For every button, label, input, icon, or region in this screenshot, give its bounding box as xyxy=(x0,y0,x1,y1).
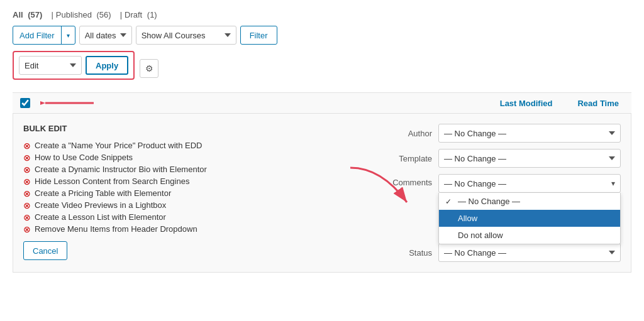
add-filter-button[interactable]: Add Filter ▾ xyxy=(13,26,75,45)
template-select[interactable]: — No Change — xyxy=(438,149,621,168)
draft-label: Draft xyxy=(125,10,142,19)
comments-option-allow[interactable]: Allow xyxy=(439,210,620,227)
remove-item-icon[interactable]: ⊗ xyxy=(23,153,31,162)
remove-item-icon[interactable]: ⊗ xyxy=(23,201,31,210)
item-title: Create a Pricing Table with Elementor xyxy=(35,188,171,198)
remove-item-icon[interactable]: ⊗ xyxy=(23,213,31,222)
table-header: Last Modified Read Time xyxy=(13,92,631,114)
gear-button[interactable]: ⚙ xyxy=(140,59,158,78)
status-select[interactable]: — No Change — xyxy=(438,243,621,262)
template-row: Template — No Change — xyxy=(382,149,621,168)
item-title: Create Video Previews in a Lightbox xyxy=(35,200,166,210)
do-not-allow-label: Do not allow xyxy=(458,231,503,240)
bulk-edit-list-item: ⊗ Remove Menu Items from Header Dropdown xyxy=(23,224,369,234)
bulk-action-row: Edit Apply xyxy=(13,51,135,80)
bulk-edit-items: ⊗ Create a "Name Your Price" Product wit… xyxy=(23,141,369,234)
bulk-edit-list-item: ⊗ Create Video Previews in a Lightbox xyxy=(23,200,369,210)
allow-label: Allow xyxy=(458,214,477,223)
bulk-edit-list-item: ⊗ Create a Lesson List with Elementor xyxy=(23,212,369,222)
comments-dropdown-wrap: — No Change — ✓ — No Change — Allow xyxy=(438,174,621,193)
bulk-edit-list-item: ⊗ Create a Pricing Table with Elementor xyxy=(23,188,369,198)
gear-icon: ⚙ xyxy=(145,63,153,73)
status-published[interactable]: Published (56) xyxy=(56,10,114,19)
checkbox-arrow-svg xyxy=(40,94,97,112)
item-title: How to Use Code Snippets xyxy=(35,153,133,162)
no-change-checkmark: ✓ xyxy=(445,197,454,206)
published-count: (56) xyxy=(97,10,111,19)
status-label: Status xyxy=(382,248,432,258)
separator-1: | xyxy=(51,10,53,19)
header-cols: Last Modified Read Time xyxy=(500,99,631,108)
checkbox-col xyxy=(13,98,38,108)
bulk-action-select[interactable]: Edit xyxy=(19,56,82,75)
bulk-edit-left: BULK EDIT ⊗ Create a "Name Your Price" P… xyxy=(23,124,369,262)
filter-button[interactable]: Filter xyxy=(240,26,277,45)
comments-option-no-change[interactable]: ✓ — No Change — xyxy=(439,193,620,210)
add-filter-label: Add Filter xyxy=(13,26,62,44)
read-time-header[interactable]: Read Time xyxy=(577,99,619,108)
bulk-edit-list-item: ⊗ How to Use Code Snippets xyxy=(23,153,369,162)
status-all[interactable]: All (57) xyxy=(13,10,45,19)
author-row: Author — No Change — xyxy=(382,124,621,143)
item-title: Hide Lesson Content from Search Engines xyxy=(35,177,189,186)
comments-dropdown: ✓ — No Change — Allow Do not allow xyxy=(438,193,621,244)
show-all-courses-select[interactable]: Show All Courses xyxy=(136,26,236,45)
no-change-label: — No Change — xyxy=(458,197,520,206)
toolbar-row: Add Filter ▾ All dates Show All Courses … xyxy=(13,26,631,45)
remove-item-icon[interactable]: ⊗ xyxy=(23,177,31,186)
item-title: Remove Menu Items from Header Dropdown xyxy=(35,224,197,234)
remove-item-icon[interactable]: ⊗ xyxy=(23,225,31,234)
published-label: Published xyxy=(56,10,92,19)
last-modified-header[interactable]: Last Modified xyxy=(500,99,553,108)
author-select-wrap: — No Change — xyxy=(438,124,621,143)
bulk-edit-title: BULK EDIT xyxy=(23,124,369,133)
comments-trigger[interactable]: — No Change — xyxy=(438,174,621,193)
status-draft[interactable]: Draft (1) xyxy=(125,10,160,19)
cancel-button[interactable]: Cancel xyxy=(23,241,67,260)
all-count: (57) xyxy=(28,10,42,19)
bulk-edit-list-item: ⊗ Create a Dynamic Instructor Bio with E… xyxy=(23,165,369,174)
status-bar: All (57) | Published (56) | Draft (1) xyxy=(13,10,631,19)
remove-item-icon[interactable]: ⊗ xyxy=(23,189,31,198)
template-select-wrap: — No Change — xyxy=(438,149,621,168)
author-label: Author xyxy=(382,129,432,138)
bulk-edit-list-item: ⊗ Hide Lesson Content from Search Engine… xyxy=(23,177,369,186)
template-label: Template xyxy=(382,154,432,163)
bulk-edit-list-item: ⊗ Create a "Name Your Price" Product wit… xyxy=(23,141,369,150)
remove-item-icon[interactable]: ⊗ xyxy=(23,141,31,150)
apply-button[interactable]: Apply xyxy=(86,56,128,75)
draft-count: (1) xyxy=(147,10,157,19)
comments-current-value: — No Change — xyxy=(444,179,506,188)
comments-row: Comments — No Change — ✓ — No Change — A… xyxy=(382,174,621,193)
add-filter-arrow-icon: ▾ xyxy=(62,26,75,44)
all-dates-select[interactable]: All dates xyxy=(79,26,132,45)
all-label: All xyxy=(13,10,23,19)
item-title: Create a "Name Your Price" Product with … xyxy=(35,141,202,150)
status-select-wrap: — No Change — xyxy=(438,243,621,262)
item-title: Create a Dynamic Instructor Bio with Ele… xyxy=(35,165,207,174)
bulk-edit-right: Author — No Change — Template — No Chang… xyxy=(382,124,621,262)
comments-label: Comments xyxy=(382,174,432,187)
status-row: Status — No Change — xyxy=(382,243,621,262)
author-select[interactable]: — No Change — xyxy=(438,124,621,143)
item-title: Create a Lesson List with Elementor xyxy=(35,212,166,222)
cancel-row: Cancel xyxy=(23,234,369,260)
remove-item-icon[interactable]: ⊗ xyxy=(23,165,31,174)
comments-option-do-not-allow[interactable]: Do not allow xyxy=(439,227,620,244)
bulk-edit-panel: BULK EDIT ⊗ Create a "Name Your Price" P… xyxy=(13,114,631,273)
separator-2: | xyxy=(120,10,122,19)
select-all-checkbox[interactable] xyxy=(20,98,30,108)
